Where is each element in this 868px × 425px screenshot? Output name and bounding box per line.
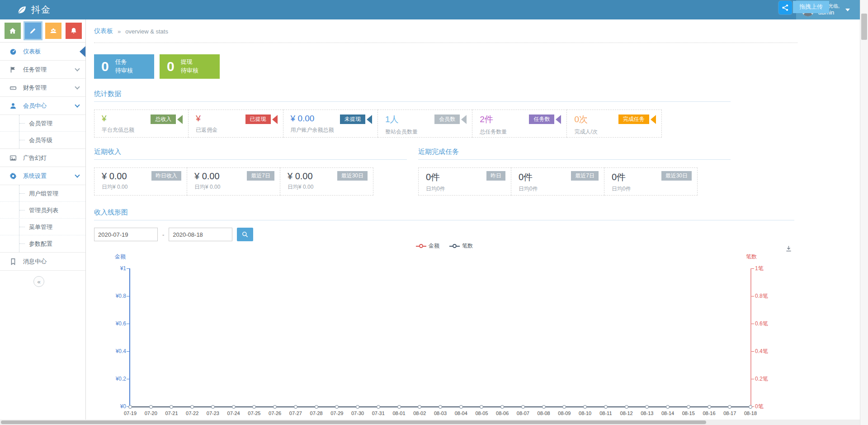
breadcrumb-title[interactable]: 仪表板 xyxy=(94,27,113,35)
date-from-input[interactable] xyxy=(94,228,158,241)
legend-item-笔数[interactable]: 笔数 xyxy=(449,242,473,250)
netdisk-share-icon[interactable] xyxy=(778,1,792,14)
chart-search-button[interactable] xyxy=(237,228,253,241)
date-to-input[interactable] xyxy=(169,228,232,241)
sidebar-collapse-button[interactable]: « xyxy=(33,276,44,287)
left-axis-line xyxy=(129,268,130,407)
ribbon-text: 会员数 xyxy=(434,115,460,124)
data-point[interactable] xyxy=(439,405,442,409)
pending-summary-box[interactable]: 0任务待审核 xyxy=(94,54,154,79)
stat-card: 1人整站会员数量会员数 xyxy=(378,110,472,138)
sidebar-item-7[interactable]: 消息中心 xyxy=(0,253,85,271)
legend-item-金额[interactable]: 金额 xyxy=(416,242,439,250)
left-tick-label: ¥1 xyxy=(94,265,126,272)
users-button[interactable] xyxy=(45,23,61,39)
recent-income-divider xyxy=(94,159,407,160)
home-button[interactable] xyxy=(5,23,21,39)
sidebar-subitem[interactable]: 参数配置 xyxy=(0,235,85,252)
sidebar-item-label: 任务管理 xyxy=(23,66,47,74)
search-icon xyxy=(241,231,249,238)
bookmark-icon xyxy=(9,258,17,266)
data-point[interactable] xyxy=(459,405,463,409)
sidebar-item-label: 仪表板 xyxy=(23,48,41,56)
drive-icon xyxy=(9,84,17,92)
x-axis-label: 08-10 xyxy=(574,411,596,416)
sidebar-item-6[interactable]: 系统设置 xyxy=(0,167,85,185)
data-point[interactable] xyxy=(625,405,628,409)
horizontal-scrollbar[interactable] xyxy=(0,420,860,425)
sidebar-item-1[interactable]: 仪表板 xyxy=(0,43,85,61)
data-point[interactable] xyxy=(521,405,525,409)
data-point[interactable] xyxy=(562,405,566,409)
sidebar-item-4[interactable]: 会员中心 xyxy=(0,97,85,115)
data-point[interactable] xyxy=(377,405,380,409)
data-point[interactable] xyxy=(356,405,359,409)
upload-widget[interactable]: 拖拽上传 xyxy=(778,1,829,14)
sidebar-subitem[interactable]: 用户组管理 xyxy=(0,185,85,202)
pending-line1: 任务 xyxy=(115,58,133,67)
data-point[interactable] xyxy=(666,405,670,409)
x-axis-label: 07-29 xyxy=(326,411,348,416)
stat-card: ¥已返佣金已提现 xyxy=(189,110,283,138)
x-axis-label: 07-27 xyxy=(285,411,307,416)
download-icon[interactable] xyxy=(785,245,793,254)
legend-line xyxy=(416,246,419,247)
pencil-button[interactable] xyxy=(25,23,41,39)
data-point[interactable] xyxy=(335,405,339,409)
x-axis-label: 08-09 xyxy=(553,411,575,416)
data-point[interactable] xyxy=(190,405,194,409)
data-point[interactable] xyxy=(315,405,318,409)
data-point[interactable] xyxy=(294,405,297,409)
pending-summary-box[interactable]: 0提现待审核 xyxy=(160,54,220,79)
sidebar-subitem[interactable]: 会员等级 xyxy=(0,132,85,148)
x-axis-label: 07-28 xyxy=(306,411,327,416)
data-point[interactable] xyxy=(273,405,277,409)
data-point[interactable] xyxy=(252,405,256,409)
sidebar-item-3[interactable]: 财务管理 xyxy=(0,79,85,97)
vertical-scrollbar-thumb[interactable] xyxy=(861,14,867,40)
sidebar-subitem[interactable]: 菜单管理 xyxy=(0,219,85,235)
sidebar-item-label: 系统设置 xyxy=(23,172,47,180)
sidebar-item-5[interactable]: 广告幻灯 xyxy=(0,149,85,167)
pending-count: 0 xyxy=(160,59,181,74)
data-point[interactable] xyxy=(687,405,690,409)
data-point[interactable] xyxy=(480,405,483,409)
x-axis-label: 07-30 xyxy=(347,411,368,416)
horizontal-scrollbar-thumb[interactable] xyxy=(1,420,706,424)
chart-legend: 金额笔数 xyxy=(416,242,473,250)
stat-label: 用户账户余额总额 xyxy=(291,126,377,134)
data-point[interactable] xyxy=(149,405,153,409)
bell-button[interactable] xyxy=(66,23,82,39)
sidebar-item-2[interactable]: 任务管理 xyxy=(0,61,85,79)
task-card-badge: 最近30日 xyxy=(661,171,692,181)
x-axis-label: 08-14 xyxy=(657,411,679,416)
data-point[interactable] xyxy=(728,405,731,409)
submenu: 用户组管理管理员列表菜单管理参数配置 xyxy=(0,185,85,253)
data-point[interactable] xyxy=(232,405,236,409)
right-tick-mark xyxy=(751,324,754,324)
right-tick-mark xyxy=(751,296,754,296)
data-point[interactable] xyxy=(708,405,711,409)
x-axis-label: 08-03 xyxy=(429,411,451,416)
data-point[interactable] xyxy=(128,405,132,409)
data-point[interactable] xyxy=(645,405,649,409)
data-point[interactable] xyxy=(418,405,421,409)
data-point[interactable] xyxy=(542,405,546,409)
vertical-scrollbar[interactable] xyxy=(860,0,868,425)
data-point[interactable] xyxy=(583,405,587,409)
task-card-sub: 日均0件 xyxy=(519,185,599,193)
data-point[interactable] xyxy=(170,405,173,409)
ribbon-text: 总收入 xyxy=(151,115,176,124)
x-axis-label: 07-19 xyxy=(119,411,141,416)
sidebar-subitem[interactable]: 会员管理 xyxy=(0,115,85,132)
legend-label: 金额 xyxy=(429,242,439,250)
data-point[interactable] xyxy=(211,405,215,409)
sidebar-item-label: 广告幻灯 xyxy=(23,154,47,162)
upload-label: 拖拽上传 xyxy=(793,1,829,13)
x-axis-label: 07-20 xyxy=(140,411,162,416)
data-point[interactable] xyxy=(500,405,504,409)
data-point[interactable] xyxy=(604,405,608,409)
data-point[interactable] xyxy=(397,405,401,409)
sidebar-subitem[interactable]: 管理员列表 xyxy=(0,202,85,219)
data-point[interactable] xyxy=(749,405,752,409)
